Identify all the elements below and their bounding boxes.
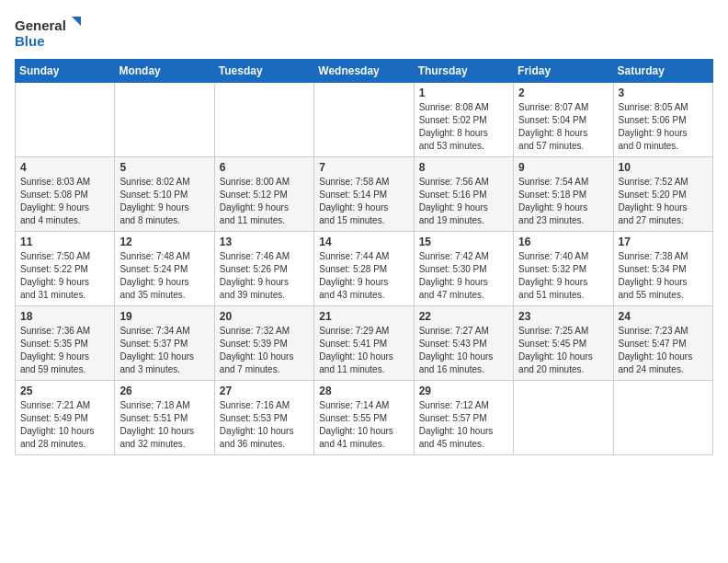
day-number: 2 [518,86,608,99]
day-info: Sunrise: 8:02 AM Sunset: 5:10 PM Dayligh… [119,176,209,227]
header-day: Tuesday [214,60,313,83]
day-number: 1 [419,86,508,99]
day-number: 21 [319,310,408,323]
header-day: Wednesday [314,60,414,83]
calendar-cell [613,381,712,455]
page-header: GeneralBlue [15,15,713,52]
calendar-cell: 8Sunrise: 7:56 AM Sunset: 5:16 PM Daylig… [414,157,513,232]
calendar-header: SundayMondayTuesdayWednesdayThursdayFrid… [16,60,713,83]
calendar-cell: 23Sunrise: 7:25 AM Sunset: 5:45 PM Dayli… [514,306,613,381]
day-info: Sunrise: 7:38 AM Sunset: 5:34 PM Dayligh… [619,250,708,302]
day-info: Sunrise: 7:14 AM Sunset: 5:55 PM Dayligh… [319,399,408,451]
day-number: 23 [518,310,608,323]
day-info: Sunrise: 7:27 AM Sunset: 5:43 PM Dayligh… [419,325,508,376]
calendar-table: SundayMondayTuesdayWednesdayThursdayFrid… [15,59,713,455]
day-number: 16 [518,236,608,248]
day-number: 26 [119,385,209,397]
day-info: Sunrise: 7:58 AM Sunset: 5:14 PM Dayligh… [319,176,408,227]
day-info: Sunrise: 7:42 AM Sunset: 5:30 PM Dayligh… [419,250,508,302]
day-info: Sunrise: 8:05 AM Sunset: 5:06 PM Dayligh… [619,101,708,153]
header-row: SundayMondayTuesdayWednesdayThursdayFrid… [16,60,713,83]
day-number: 3 [619,86,708,99]
day-number: 11 [20,236,109,248]
svg-text:General: General [15,17,66,33]
logo: GeneralBlue [15,15,88,52]
day-number: 19 [119,310,209,323]
day-info: Sunrise: 8:08 AM Sunset: 5:02 PM Dayligh… [419,101,508,153]
calendar-cell: 20Sunrise: 7:32 AM Sunset: 5:39 PM Dayli… [214,306,313,381]
day-info: Sunrise: 7:18 AM Sunset: 5:51 PM Dayligh… [119,399,209,451]
day-info: Sunrise: 7:29 AM Sunset: 5:41 PM Dayligh… [319,325,408,376]
day-number: 25 [20,385,109,397]
calendar-cell [514,381,613,455]
calendar-cell: 19Sunrise: 7:34 AM Sunset: 5:37 PM Dayli… [115,306,214,381]
day-info: Sunrise: 8:00 AM Sunset: 5:12 PM Dayligh… [220,176,309,227]
header-day: Saturday [613,60,712,83]
day-number: 4 [20,161,109,174]
day-info: Sunrise: 8:03 AM Sunset: 5:08 PM Dayligh… [20,176,109,227]
day-number: 6 [220,161,309,174]
calendar-cell: 10Sunrise: 7:52 AM Sunset: 5:20 PM Dayli… [613,157,712,232]
day-number: 29 [419,385,508,397]
day-info: Sunrise: 7:52 AM Sunset: 5:20 PM Dayligh… [619,176,708,227]
day-info: Sunrise: 7:44 AM Sunset: 5:28 PM Dayligh… [319,250,408,302]
day-number: 27 [220,385,309,397]
day-number: 9 [518,161,608,174]
calendar-week: 4Sunrise: 8:03 AM Sunset: 5:08 PM Daylig… [16,157,713,232]
day-info: Sunrise: 7:50 AM Sunset: 5:22 PM Dayligh… [20,250,109,302]
day-info: Sunrise: 7:23 AM Sunset: 5:47 PM Dayligh… [619,325,708,376]
day-info: Sunrise: 7:56 AM Sunset: 5:16 PM Dayligh… [419,176,508,227]
calendar-cell: 11Sunrise: 7:50 AM Sunset: 5:22 PM Dayli… [16,232,115,306]
calendar-cell: 29Sunrise: 7:12 AM Sunset: 5:57 PM Dayli… [414,381,513,455]
day-number: 5 [119,161,209,174]
day-number: 28 [319,385,408,397]
day-number: 15 [419,236,508,248]
calendar-cell: 26Sunrise: 7:18 AM Sunset: 5:51 PM Dayli… [115,381,214,455]
day-info: Sunrise: 7:25 AM Sunset: 5:45 PM Dayligh… [518,325,608,376]
day-number: 24 [619,310,708,323]
day-number: 17 [619,236,708,248]
calendar-cell: 7Sunrise: 7:58 AM Sunset: 5:14 PM Daylig… [314,157,414,232]
day-info: Sunrise: 7:36 AM Sunset: 5:35 PM Dayligh… [20,325,109,376]
logo-svg: GeneralBlue [15,15,88,52]
day-number: 13 [220,236,309,248]
calendar-cell: 27Sunrise: 7:16 AM Sunset: 5:53 PM Dayli… [214,381,313,455]
day-info: Sunrise: 7:54 AM Sunset: 5:18 PM Dayligh… [518,176,608,227]
calendar-cell: 6Sunrise: 8:00 AM Sunset: 5:12 PM Daylig… [214,157,313,232]
calendar-cell: 18Sunrise: 7:36 AM Sunset: 5:35 PM Dayli… [16,306,115,381]
day-number: 7 [319,161,408,174]
calendar-cell: 14Sunrise: 7:44 AM Sunset: 5:28 PM Dayli… [314,232,414,306]
day-info: Sunrise: 7:40 AM Sunset: 5:32 PM Dayligh… [518,250,608,302]
header-day: Sunday [16,60,115,83]
header-day: Friday [514,60,613,83]
day-info: Sunrise: 7:32 AM Sunset: 5:39 PM Dayligh… [220,325,309,376]
svg-text:Blue: Blue [15,33,45,49]
calendar-cell: 1Sunrise: 8:08 AM Sunset: 5:02 PM Daylig… [414,83,513,157]
calendar-cell: 28Sunrise: 7:14 AM Sunset: 5:55 PM Dayli… [314,381,414,455]
day-info: Sunrise: 7:21 AM Sunset: 5:49 PM Dayligh… [20,399,109,451]
calendar-cell: 12Sunrise: 7:48 AM Sunset: 5:24 PM Dayli… [115,232,214,306]
calendar-cell: 3Sunrise: 8:05 AM Sunset: 5:06 PM Daylig… [613,83,712,157]
day-number: 8 [419,161,508,174]
day-info: Sunrise: 7:12 AM Sunset: 5:57 PM Dayligh… [419,399,508,451]
calendar-cell [16,83,115,157]
header-day: Monday [115,60,214,83]
calendar-cell: 16Sunrise: 7:40 AM Sunset: 5:32 PM Dayli… [514,232,613,306]
day-number: 18 [20,310,109,323]
svg-marker-2 [72,17,81,26]
header-day: Thursday [414,60,513,83]
day-info: Sunrise: 7:34 AM Sunset: 5:37 PM Dayligh… [119,325,209,376]
calendar-cell: 5Sunrise: 8:02 AM Sunset: 5:10 PM Daylig… [115,157,214,232]
calendar-cell: 2Sunrise: 8:07 AM Sunset: 5:04 PM Daylig… [514,83,613,157]
calendar-cell: 17Sunrise: 7:38 AM Sunset: 5:34 PM Dayli… [613,232,712,306]
calendar-body: 1Sunrise: 8:08 AM Sunset: 5:02 PM Daylig… [16,83,713,455]
calendar-cell [214,83,313,157]
calendar-cell [115,83,214,157]
calendar-week: 25Sunrise: 7:21 AM Sunset: 5:49 PM Dayli… [16,381,713,455]
day-info: Sunrise: 7:48 AM Sunset: 5:24 PM Dayligh… [119,250,209,302]
day-number: 10 [619,161,708,174]
day-number: 20 [220,310,309,323]
calendar-cell: 22Sunrise: 7:27 AM Sunset: 5:43 PM Dayli… [414,306,513,381]
calendar-week: 11Sunrise: 7:50 AM Sunset: 5:22 PM Dayli… [16,232,713,306]
calendar-cell: 13Sunrise: 7:46 AM Sunset: 5:26 PM Dayli… [214,232,313,306]
